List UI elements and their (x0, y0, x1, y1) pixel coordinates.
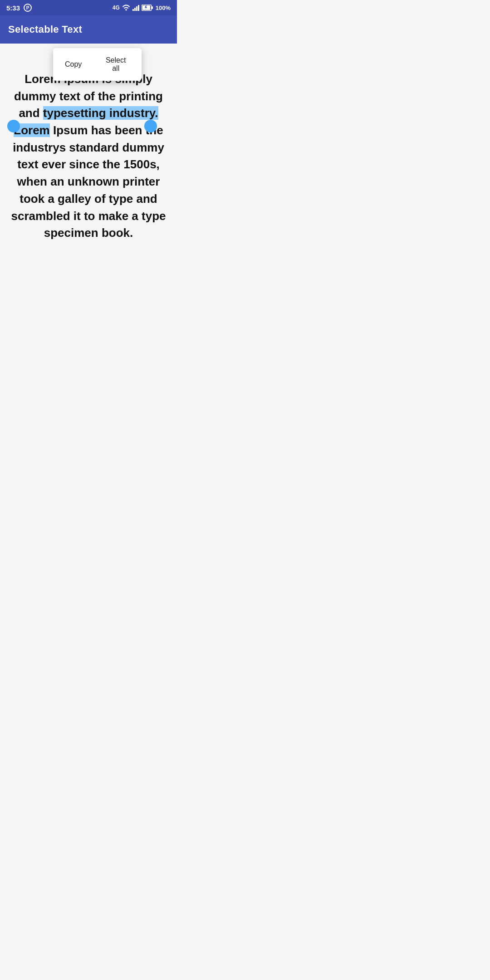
status-bar: 5:33 P 4G 100% (0, 0, 177, 15)
wifi-icon (122, 5, 130, 11)
text-after-highlight: Ipsum has been the industrys standard du… (11, 123, 166, 240)
content-area: Copy Select all Lorem Ipsum is simply du… (0, 44, 177, 354)
pandora-icon: P (24, 4, 32, 12)
copy-button[interactable]: Copy (55, 56, 92, 73)
app-title: Selectable Text (8, 24, 82, 35)
select-all-button[interactable]: Select all (92, 52, 140, 77)
text-selection-popup: Copy Select all (53, 48, 142, 81)
battery-icon (142, 5, 153, 11)
app-bar: Selectable Text (0, 15, 177, 44)
status-time: 5:33 (6, 4, 20, 12)
signal-icon (132, 5, 139, 11)
status-left: 5:33 P (6, 4, 32, 12)
selection-handle-right[interactable] (144, 120, 157, 132)
selection-handle-left[interactable] (7, 120, 20, 132)
main-text[interactable]: Lorem Ipsum is simply dummy text of the … (7, 71, 170, 242)
svg-rect-2 (152, 6, 153, 9)
status-right: 4G 100% (113, 5, 171, 11)
network-label: 4G (113, 5, 120, 11)
battery-percent: 100% (156, 5, 171, 11)
